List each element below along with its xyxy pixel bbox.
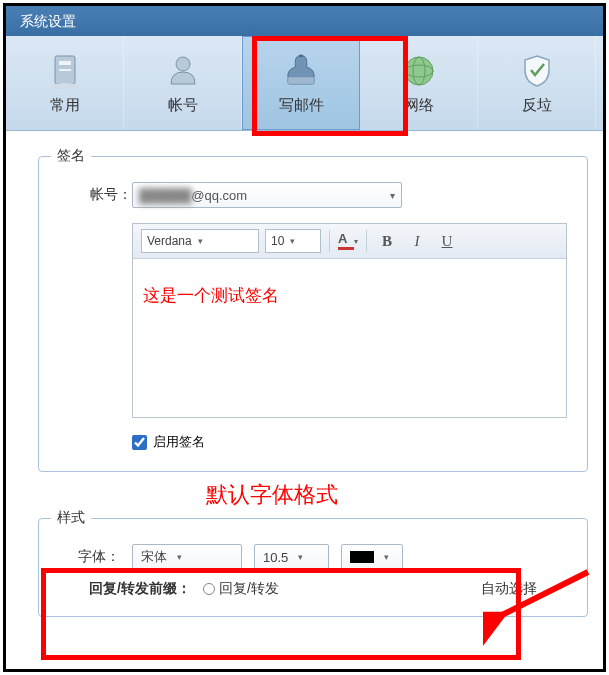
chevron-down-icon: ▾: [382, 190, 395, 201]
underline-button[interactable]: U: [435, 229, 459, 253]
chevron-down-icon: ▾: [384, 552, 389, 562]
style-fieldset: 样式 字体： 宋体 ▾ 10.5 ▾ ▾ 回复/转发前缀： 回复/转发: [38, 518, 588, 617]
tab-label: 反垃: [522, 96, 552, 115]
window-title: 系统设置: [20, 13, 76, 29]
tab-antispam[interactable]: 反垃: [478, 36, 596, 130]
account-label: 帐号：: [64, 186, 132, 204]
tab-compose[interactable]: 写邮件: [242, 36, 360, 130]
color-swatch: [350, 551, 374, 563]
svg-rect-1: [59, 61, 71, 65]
auto-select-label: 自动选择: [481, 580, 537, 598]
reply-forward-row-cut: 回复/转发前缀： 回复/转发 自动选择: [89, 580, 567, 598]
signature-legend: 签名: [51, 147, 91, 165]
svg-point-3: [51, 83, 79, 89]
default-size-select[interactable]: 10.5 ▾: [254, 544, 329, 570]
signature-fieldset: 签名 帐号： ██████ @qq.com ▾ Verdana ▾ 10: [38, 156, 588, 472]
compose-icon: [282, 52, 320, 90]
italic-button[interactable]: I: [405, 229, 429, 253]
default-color-select[interactable]: ▾: [341, 544, 403, 570]
svg-rect-2: [59, 69, 71, 71]
tab-label: 帐号: [168, 96, 198, 115]
text-color-button[interactable]: A ▾: [338, 232, 358, 250]
enable-signature-label: 启用签名: [153, 433, 205, 451]
tab-label: 写邮件: [279, 96, 324, 115]
svg-rect-6: [288, 76, 315, 84]
annotation-text: 默认字体格式: [206, 480, 603, 510]
tab-label: 网络: [404, 96, 434, 115]
reply-prefix-label: 回复/转发前缀：: [89, 580, 191, 598]
font-label: 字体：: [64, 548, 120, 566]
account-obscured: ██████: [139, 188, 191, 203]
font-size-select[interactable]: 10 ▾: [265, 229, 321, 253]
editor-textarea[interactable]: 这是一个测试签名: [133, 259, 566, 417]
chevron-down-icon: ▾: [354, 237, 358, 246]
window-title-bar: 系统设置: [6, 6, 603, 36]
signature-editor: Verdana ▾ 10 ▾ A ▾ B I U: [132, 223, 567, 418]
svg-point-7: [405, 57, 433, 85]
style-legend: 样式: [51, 509, 91, 527]
chevron-down-icon: ▾: [177, 552, 182, 562]
tab-common[interactable]: 常用: [6, 36, 124, 130]
tab-label: 常用: [50, 96, 80, 115]
radio-option[interactable]: 回复/转发: [203, 580, 279, 598]
account-select[interactable]: ██████ @qq.com ▾: [132, 182, 402, 208]
tab-account[interactable]: 帐号: [124, 36, 242, 130]
editor-toolbar: Verdana ▾ 10 ▾ A ▾ B I U: [133, 224, 566, 259]
toolbar-separator: [329, 230, 330, 252]
default-font-select[interactable]: 宋体 ▾: [132, 544, 242, 570]
content-area: 签名 帐号： ██████ @qq.com ▾ Verdana ▾ 10: [6, 131, 603, 617]
tab-network[interactable]: 网络: [360, 36, 478, 130]
toolbar-separator: [366, 230, 367, 252]
shield-icon: [518, 52, 556, 90]
font-style-row: 字体： 宋体 ▾ 10.5 ▾ ▾: [64, 544, 567, 570]
network-icon: [400, 52, 438, 90]
account-icon: [164, 52, 202, 90]
settings-tabs: 常用 帐号 写邮件: [6, 36, 603, 131]
common-icon: [46, 52, 84, 90]
font-family-select[interactable]: Verdana ▾: [141, 229, 259, 253]
account-value-text: @qq.com: [191, 188, 247, 203]
account-row: 帐号： ██████ @qq.com ▾: [64, 182, 567, 208]
enable-signature-row: 启用签名: [132, 433, 567, 451]
chevron-down-icon: ▾: [290, 236, 295, 246]
bold-button[interactable]: B: [375, 229, 399, 253]
enable-signature-checkbox[interactable]: [132, 435, 147, 450]
chevron-down-icon: ▾: [298, 552, 303, 562]
chevron-down-icon: ▾: [198, 236, 203, 246]
svg-point-4: [176, 57, 190, 71]
svg-point-5: [299, 54, 304, 57]
